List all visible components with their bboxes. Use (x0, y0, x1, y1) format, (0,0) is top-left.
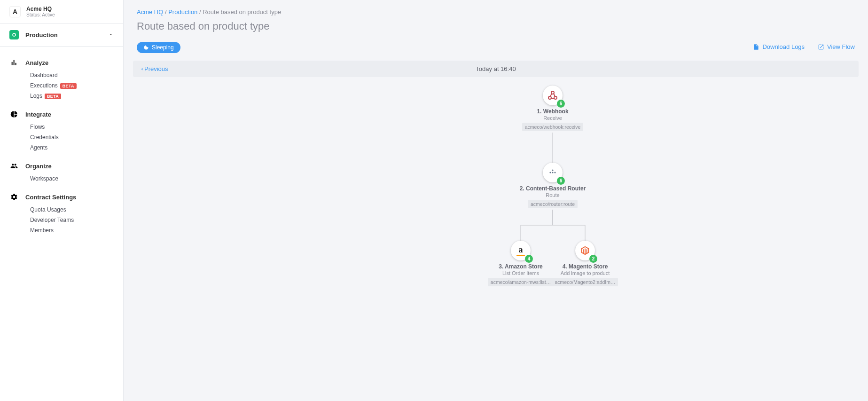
node-count-badge: 2 (589, 255, 597, 263)
sidebar-item[interactable]: Agents (0, 142, 123, 153)
node-path: acmeco/router:route (528, 200, 578, 208)
sidebar-item[interactable]: ExecutionsBETA (0, 80, 123, 91)
flow-node[interactable]: 62. Content-Based RouterRouteacmeco/rout… (513, 163, 593, 210)
flow-canvas[interactable]: 61. WebhookReceiveacmeco/webhook:receive… (133, 77, 859, 322)
env-name: Production (25, 31, 58, 39)
nav-group-integrate: Integrate FlowsCredentialsAgents (0, 107, 123, 153)
breadcrumb-sep: / (197, 8, 203, 16)
download-logs-link[interactable]: Download Logs (753, 43, 805, 50)
nav-header-organize[interactable]: Organize (0, 158, 123, 173)
org-avatar: A (9, 6, 21, 17)
execution-timestamp: Today at 16:40 (476, 65, 516, 72)
sidebar-item[interactable]: Workspace (0, 173, 123, 184)
sidebar-item[interactable]: Dashboard (0, 70, 123, 80)
sidebar-item[interactable]: Developer Teams (0, 215, 123, 225)
svg-point-6 (554, 172, 555, 173)
gear-icon (9, 193, 19, 201)
view-flow-link[interactable]: View Flow (818, 43, 855, 50)
node-icon: 2 (575, 241, 595, 260)
node-path: acmeco/webhook:receive (522, 123, 583, 131)
status-pill-label: Sleeping (152, 44, 174, 51)
nav-header-integrate[interactable]: Integrate (0, 107, 123, 122)
env-icon (9, 30, 19, 39)
breadcrumb: Acme HQ / Production / Route based on pr… (137, 8, 855, 16)
previous-label: Previous (144, 65, 168, 72)
node-path: acmeco/amazon-mws:list… (488, 278, 554, 286)
node-path: acmeco/Magento2:addIm… (552, 278, 618, 286)
nav-header-label: Contract Settings (25, 194, 76, 201)
beta-badge: BETA (60, 83, 77, 89)
nav-group-analyze: Analyze DashboardExecutionsBETALogsBETA (0, 55, 123, 101)
file-icon (753, 44, 759, 50)
view-flow-label: View Flow (827, 43, 855, 50)
svg-point-4 (549, 172, 551, 173)
flow-node[interactable]: 61. WebhookReceiveacmeco/webhook:receive (513, 86, 593, 133)
node-count-badge: 4 (525, 255, 533, 263)
svg-point-5 (552, 172, 553, 173)
breadcrumb-sep: / (163, 8, 168, 16)
svg-point-2 (548, 96, 551, 99)
node-count-badge: 6 (557, 100, 565, 108)
node-count-badge: 6 (557, 177, 565, 185)
breadcrumb-org[interactable]: Acme HQ (137, 8, 163, 16)
previous-link[interactable]: Previous (140, 65, 168, 72)
nav-header-analyze[interactable]: Analyze (0, 55, 123, 70)
node-title: 4. Magento Store (545, 263, 625, 270)
node-subtitle: Add image to product (545, 270, 625, 276)
org-switcher[interactable]: A Acme HQ Status: Active (0, 0, 123, 24)
bars-icon (9, 59, 19, 66)
nav-header-label: Integrate (25, 111, 51, 118)
node-icon: a4 (511, 241, 531, 260)
main-content: Acme HQ / Production / Route based on pr… (124, 0, 868, 401)
beta-badge: BETA (45, 94, 61, 99)
sidebar-item[interactable]: Flows (0, 122, 123, 132)
external-link-icon (818, 44, 824, 50)
node-icon: 6 (543, 86, 563, 105)
sidebar: A Acme HQ Status: Active Production Anal… (0, 0, 124, 401)
node-icon: 6 (543, 163, 563, 182)
sidebar-item[interactable]: Quota Usages (0, 204, 123, 215)
nav-header-label: Analyze (25, 59, 48, 66)
nav-group-settings: Contract Settings Quota UsagesDeveloper … (0, 189, 123, 236)
nav-group-organize: Organize Workspace (0, 158, 123, 184)
breadcrumb-current: Route based on product type (203, 8, 281, 16)
node-subtitle: Route (513, 192, 593, 198)
pie-icon (9, 110, 19, 118)
moon-icon (143, 45, 149, 50)
group-icon (9, 162, 19, 170)
execution-header: Previous Today at 16:40 (133, 61, 859, 77)
svg-point-3 (554, 96, 557, 99)
nav-header-settings[interactable]: Contract Settings (0, 189, 123, 204)
env-selector[interactable]: Production (0, 24, 123, 47)
chevron-left-icon (140, 67, 144, 71)
node-title: 1. Webhook (513, 108, 593, 115)
flow-node[interactable]: 24. Magento StoreAdd image to productacm… (545, 241, 625, 288)
chevron-down-icon (108, 31, 114, 39)
node-subtitle: Receive (513, 115, 593, 121)
svg-point-7 (552, 169, 553, 171)
sidebar-item[interactable]: Credentials (0, 132, 123, 142)
svg-point-0 (13, 33, 16, 36)
page-title: Route based on product type (137, 20, 855, 32)
sidebar-nav: Analyze DashboardExecutionsBETALogsBETA … (0, 47, 123, 236)
sidebar-item[interactable]: LogsBETA (0, 91, 123, 101)
sidebar-item[interactable]: Members (0, 225, 123, 236)
breadcrumb-env[interactable]: Production (168, 8, 197, 16)
org-status: Status: Active (26, 12, 55, 17)
download-logs-label: Download Logs (762, 43, 805, 50)
status-pill[interactable]: Sleeping (137, 42, 180, 53)
nav-header-label: Organize (25, 163, 52, 170)
org-name: Acme HQ (26, 6, 55, 12)
node-title: 2. Content-Based Router (513, 185, 593, 192)
